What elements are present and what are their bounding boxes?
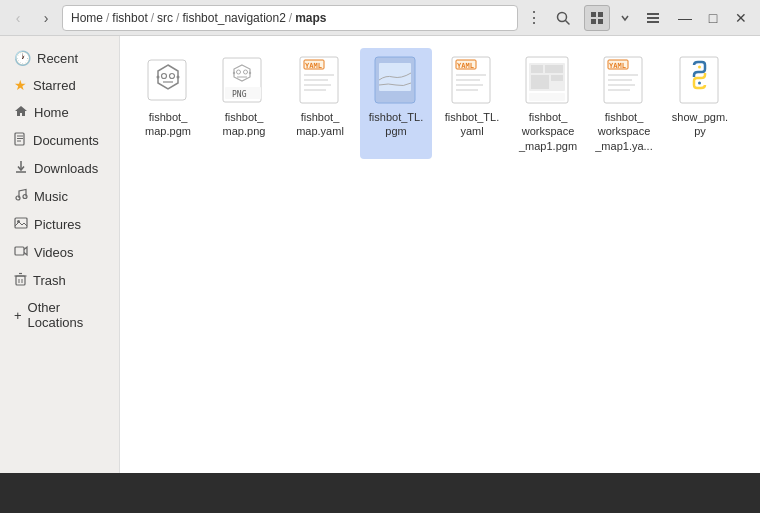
svg-marker-9: [15, 106, 27, 116]
maximize-button[interactable]: □: [700, 5, 726, 31]
grid-view-button[interactable]: [584, 5, 610, 31]
minimize-button[interactable]: —: [672, 5, 698, 31]
close-button[interactable]: ✕: [728, 5, 754, 31]
svg-rect-61: [545, 65, 563, 73]
svg-text:YAML: YAML: [609, 62, 626, 70]
file-fishbot-map-png[interactable]: PNG fishbot_map.png: [208, 48, 280, 159]
sidebar-item-videos[interactable]: Videos: [4, 239, 115, 266]
file-fishbot-map-pgm[interactable]: fishbot_map.pgm: [132, 48, 204, 159]
sidebar-label-pictures: Pictures: [34, 217, 81, 232]
view-controls: [584, 5, 666, 31]
file-show-pgm-py[interactable]: show_pgm.py: [664, 48, 736, 159]
breadcrumb-fishbot-nav2[interactable]: fishbot_navigation2: [182, 11, 285, 25]
svg-rect-5: [598, 19, 603, 24]
search-button[interactable]: [550, 5, 576, 31]
pictures-icon: [14, 216, 28, 233]
sidebar-item-downloads[interactable]: Downloads: [4, 155, 115, 182]
svg-point-32: [177, 76, 180, 79]
file-label: show_pgm.py: [672, 110, 728, 139]
svg-rect-8: [647, 21, 659, 23]
files-grid: fishbot_map.pgm: [132, 48, 748, 159]
file-fishbot-tl-pgm[interactable]: fishbot_TL.pgm: [360, 48, 432, 159]
list-view-button[interactable]: [640, 5, 666, 31]
file-label: fishbot_workspace_map1.pgm: [519, 110, 577, 153]
taskbar: [0, 473, 760, 513]
star-icon: ★: [14, 77, 27, 93]
sidebar-label-videos: Videos: [34, 245, 74, 260]
videos-icon: [14, 244, 28, 261]
plus-icon: +: [14, 308, 22, 323]
sidebar-item-music[interactable]: Music: [4, 183, 115, 210]
yaml-file-icon: YAML: [298, 55, 342, 105]
titlebar: ‹ › Home / fishbot / src / fishbot_navig…: [0, 0, 760, 36]
forward-button[interactable]: ›: [34, 6, 58, 30]
breadcrumb-current: maps: [295, 11, 326, 25]
svg-rect-4: [591, 19, 596, 24]
sort-button[interactable]: [612, 5, 638, 31]
chevron-down-icon: [620, 13, 630, 23]
png-file-icon: PNG: [220, 55, 268, 105]
svg-rect-64: [529, 93, 565, 101]
file-label: fishbot_map.pgm: [145, 110, 191, 139]
pgm-tl-icon: [371, 55, 421, 105]
file-fishbot-workspace-map1-pgm[interactable]: fishbot_workspace_map1.pgm: [512, 48, 584, 159]
main-container: 🕐 Recent ★ Starred Home: [0, 36, 760, 473]
svg-rect-20: [15, 247, 24, 255]
svg-point-74: [698, 82, 701, 85]
sidebar-item-recent[interactable]: 🕐 Recent: [4, 45, 115, 71]
file-fishbot-map-yaml[interactable]: YAML fishbot_map.yaml: [284, 48, 356, 159]
svg-rect-63: [551, 75, 563, 81]
svg-rect-21: [16, 276, 25, 285]
file-fishbot-tl-yaml[interactable]: YAML fishbot_TL.yaml: [436, 48, 508, 159]
sidebar-label-trash: Trash: [33, 273, 66, 288]
svg-text:YAML: YAML: [457, 62, 474, 70]
sidebar-label-starred: Starred: [33, 78, 76, 93]
sidebar-item-pictures[interactable]: Pictures: [4, 211, 115, 238]
search-icon: [556, 11, 570, 25]
window-controls: — □ ✕: [672, 5, 754, 31]
sidebar-item-trash[interactable]: Trash: [4, 267, 115, 294]
file-label: fishbot_TL.pgm: [369, 110, 423, 139]
svg-text:PNG: PNG: [232, 90, 247, 99]
breadcrumb-src[interactable]: src: [157, 11, 173, 25]
grid-icon: [590, 11, 604, 25]
breadcrumb-fishbot[interactable]: fishbot: [112, 11, 147, 25]
svg-rect-18: [15, 218, 27, 228]
file-area: fishbot_map.pgm: [120, 36, 760, 473]
svg-rect-2: [591, 12, 596, 17]
sidebar: 🕐 Recent ★ Starred Home: [0, 36, 120, 473]
sidebar-label-home: Home: [34, 105, 69, 120]
music-icon: [14, 188, 28, 205]
breadcrumb-bar: Home / fishbot / src / fishbot_navigatio…: [62, 5, 518, 31]
yaml-tl-icon: YAML: [450, 55, 494, 105]
svg-point-73: [698, 66, 701, 69]
sidebar-item-starred[interactable]: ★ Starred: [4, 72, 115, 98]
sidebar-label-recent: Recent: [37, 51, 78, 66]
sidebar-item-other-locations[interactable]: + Other Locations: [4, 295, 115, 335]
svg-rect-3: [598, 12, 603, 17]
svg-point-31: [157, 76, 160, 79]
file-label: fishbot_map.yaml: [296, 110, 344, 139]
downloads-icon: [14, 160, 28, 177]
documents-icon: [14, 132, 27, 149]
svg-point-38: [233, 72, 235, 74]
file-label: fishbot_workspace_map1.ya...: [595, 110, 652, 153]
recent-icon: 🕐: [14, 50, 31, 66]
sidebar-item-documents[interactable]: Documents: [4, 127, 115, 154]
sidebar-item-home[interactable]: Home: [4, 99, 115, 126]
sidebar-label-downloads: Downloads: [34, 161, 98, 176]
pgm-file-icon: [143, 55, 193, 105]
python-file-icon: [678, 55, 722, 105]
file-fishbot-workspace-map1-yaml[interactable]: YAML fishbot_workspace_map1.ya...: [588, 48, 660, 159]
menu-dots-button[interactable]: ⋮: [522, 6, 546, 30]
list-icon: [646, 11, 660, 25]
file-label: fishbot_map.png: [223, 110, 266, 139]
file-label: fishbot_TL.yaml: [445, 110, 499, 139]
svg-rect-7: [647, 17, 659, 19]
back-button[interactable]: ‹: [6, 6, 30, 30]
sidebar-label-music: Music: [34, 189, 68, 204]
svg-point-39: [249, 72, 251, 74]
home-icon: [14, 104, 28, 121]
breadcrumb-home[interactable]: Home: [71, 11, 103, 25]
svg-line-1: [566, 20, 570, 24]
